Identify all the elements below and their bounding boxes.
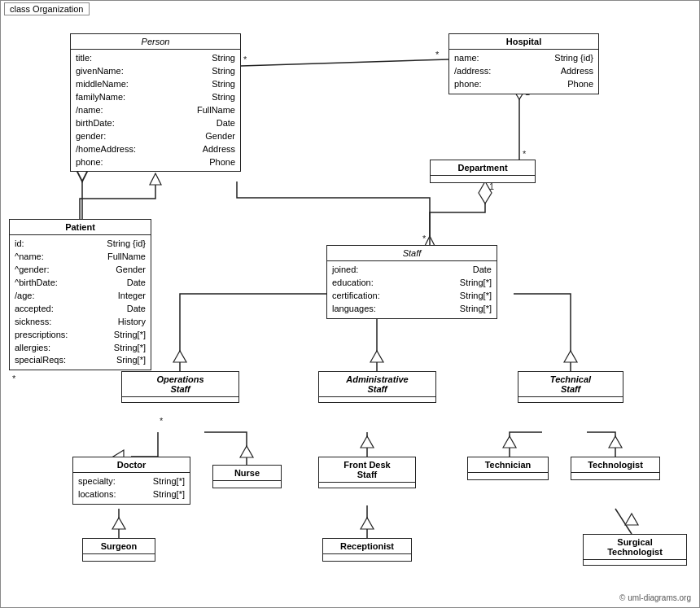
hospital-attrs: name:String {id} /address:Address phone:…	[449, 50, 598, 94]
svg-marker-26	[112, 518, 125, 529]
department-attrs	[431, 176, 535, 182]
staff-attrs: joined:Date education:String[*] certific…	[327, 261, 497, 318]
surgical-technologist-title: SurgicalTechnologist	[584, 535, 686, 560]
svg-text:*: *	[523, 149, 527, 159]
technician-attrs	[468, 473, 548, 479]
svg-text:*: *	[243, 55, 247, 64]
doctor-attrs: specialty:String[*] locations:String[*]	[73, 473, 190, 504]
svg-marker-24	[609, 436, 622, 448]
svg-marker-28	[361, 518, 374, 529]
patient-title: Patient	[10, 220, 151, 235]
person-attrs: title:String givenName:String middleName…	[71, 50, 240, 171]
operations-staff-attrs	[122, 397, 238, 402]
staff-class: Staff joined:Date education:String[*] ce…	[326, 245, 497, 319]
svg-text:*: *	[160, 416, 164, 426]
svg-text:*: *	[12, 374, 16, 383]
department-title: Department	[431, 160, 535, 176]
svg-marker-18	[564, 351, 577, 362]
surgical-technologist-attrs	[584, 560, 686, 565]
operations-staff-class: OperationsStaff	[121, 371, 239, 403]
surgical-technologist-class: SurgicalTechnologist	[583, 534, 687, 566]
nurse-class: Nurse	[212, 465, 282, 488]
patient-attrs: id:String {id} ^name:FullName ^gender:Ge…	[10, 235, 151, 370]
surgeon-title: Surgeon	[83, 539, 155, 554]
staff-title: Staff	[327, 246, 497, 261]
svg-line-9	[241, 59, 448, 66]
technical-staff-attrs	[518, 397, 623, 402]
svg-marker-15	[173, 351, 186, 362]
technical-staff-class: TechnicalStaff	[518, 371, 623, 403]
front-desk-staff-title: Front DeskStaff	[319, 457, 415, 483]
receptionist-class: Receptionist	[322, 538, 412, 562]
technologist-title: Technologist	[571, 457, 659, 473]
svg-text:*: *	[435, 50, 440, 59]
technical-staff-title: TechnicalStaff	[518, 372, 623, 397]
diagram-title: class Organization	[4, 2, 90, 15]
svg-marker-20	[240, 446, 253, 457]
svg-marker-17	[370, 351, 383, 362]
hospital-class: Hospital name:String {id} /address:Addre…	[448, 33, 599, 94]
svg-marker-4	[150, 173, 161, 185]
svg-marker-12	[479, 182, 492, 203]
svg-text:*: *	[422, 234, 427, 243]
patient-class: Patient id:String {id} ^name:FullName ^g…	[9, 219, 151, 370]
nurse-attrs	[213, 481, 281, 488]
nurse-title: Nurse	[213, 466, 281, 481]
administrative-staff-title: AdministrativeStaff	[319, 372, 435, 397]
administrative-staff-attrs	[319, 397, 435, 402]
technician-title: Technician	[468, 457, 548, 473]
svg-marker-22	[361, 436, 374, 448]
operations-staff-title: OperationsStaff	[122, 372, 238, 397]
hospital-title: Hospital	[449, 34, 598, 50]
administrative-staff-class: AdministrativeStaff	[318, 371, 436, 403]
person-title: Person	[71, 34, 240, 50]
receptionist-title: Receptionist	[323, 539, 411, 554]
front-desk-staff-class: Front DeskStaff	[318, 457, 416, 488]
svg-line-29	[615, 509, 632, 534]
technician-class: Technician	[467, 457, 549, 480]
technologist-attrs	[571, 473, 659, 479]
surgeon-class: Surgeon	[82, 538, 155, 562]
technologist-class: Technologist	[571, 457, 660, 480]
copyright-label: © uml-diagrams.org	[619, 593, 691, 602]
person-class: Person title:String givenName:String mid…	[70, 33, 241, 172]
receptionist-attrs	[323, 554, 411, 561]
surgeon-attrs	[83, 554, 155, 561]
svg-marker-23	[503, 436, 516, 448]
doctor-class: Doctor specialty:String[*] locations:Str…	[72, 457, 190, 505]
doctor-title: Doctor	[73, 457, 190, 473]
front-desk-staff-attrs	[319, 483, 415, 488]
svg-marker-30	[625, 514, 638, 525]
department-class: Department	[430, 160, 536, 183]
uml-diagram: class Organization	[0, 0, 700, 608]
